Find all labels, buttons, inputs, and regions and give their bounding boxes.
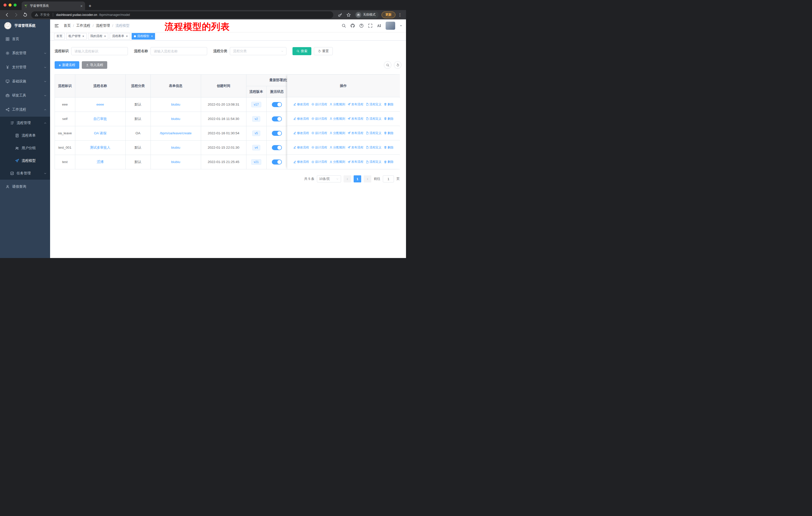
fullscreen-icon[interactable] [368,23,373,28]
incognito-badge[interactable]: 无痕模式 [355,11,379,19]
tab-close-icon[interactable]: × [80,4,83,8]
active-status-toggle[interactable] [272,102,282,107]
next-page-button[interactable]: › [364,175,371,183]
sidebar-item-devtools[interactable]: 研发工具 [0,88,50,103]
sidebar-item-system[interactable]: 系统管理 [0,46,50,60]
sidebar-item-payment[interactable]: 支付管理 [0,60,50,74]
github-icon[interactable] [350,23,355,28]
sidebar-item-leave-query[interactable]: 请假查询 [0,180,50,194]
active-status-toggle[interactable] [272,116,282,121]
action-assign[interactable]: 分配规则 [329,102,345,107]
browser-tab[interactable]: 芋道管理系统 × [22,1,85,10]
sidebar-item-home[interactable]: 首页 [0,32,50,46]
form-info-link[interactable]: biubiu [171,117,180,121]
font-size-icon[interactable] [377,23,381,28]
action-assign[interactable]: 分配规则 [329,131,345,135]
sidebar-item-infra[interactable]: 基础设施 [0,74,50,88]
forward-icon[interactable] [13,12,19,18]
action-publish[interactable]: 发布流程 [348,145,364,150]
back-icon[interactable] [4,12,9,18]
close-icon[interactable]: × [126,34,128,38]
breadcrumb-item[interactable]: 流程管理 [96,23,110,28]
sidebar-collapse-icon[interactable] [54,23,59,28]
action-edit[interactable]: 修改流程 [293,102,309,107]
action-edit[interactable]: 修改流程 [293,160,309,164]
minimize-window-button[interactable] [8,3,11,6]
process-name-link[interactable]: 自己审批 [93,117,107,121]
update-button[interactable]: 更新 [382,11,396,18]
close-icon[interactable]: × [104,34,106,38]
action-design[interactable]: 设计流程 [311,145,327,150]
tag-首页[interactable]: 首页 [54,33,65,39]
reload-icon[interactable] [23,12,28,18]
action-design[interactable]: 设计流程 [311,131,327,135]
breadcrumb-item[interactable]: 工作流程 [76,23,90,28]
goto-page-input[interactable] [383,175,394,183]
action-delete[interactable]: 删除 [384,160,394,164]
action-assign[interactable]: 分配规则 [329,117,345,121]
maximize-window-button[interactable] [13,3,17,6]
create-process-button[interactable]: + 新建流程 [55,61,79,69]
search-button[interactable]: 搜索 [292,47,311,55]
sidebar-item-task-mgmt[interactable]: 任务管理 [0,167,50,180]
action-definition[interactable]: 流程定义 [366,160,382,164]
close-window-button[interactable] [3,3,6,6]
action-design[interactable]: 设计流程 [311,160,327,164]
sidebar-logo[interactable]: 芋道管理系统 [0,19,50,32]
action-edit[interactable]: 修改流程 [293,117,309,121]
action-definition[interactable]: 流程定义 [366,145,382,150]
reset-button[interactable]: 重置 [314,47,333,55]
action-publish[interactable]: 发布流程 [348,102,364,107]
action-delete[interactable]: 删除 [384,117,394,121]
active-status-toggle[interactable] [272,131,282,136]
action-edit[interactable]: 修改流程 [293,145,309,150]
form-info-link[interactable]: biubiu [171,160,180,164]
active-status-toggle[interactable] [272,145,282,150]
action-publish[interactable]: 发布流程 [348,117,364,121]
prev-page-button[interactable]: ‹ [344,175,351,183]
sidebar-item-process-form[interactable]: 流程表单 [0,129,50,142]
refresh-table-button[interactable] [394,61,402,69]
password-key-icon[interactable] [338,12,342,17]
tag-租户管理[interactable]: 租户管理× [66,33,87,39]
close-icon[interactable]: × [82,34,84,38]
sidebar-item-workflow[interactable]: 工作流程 [0,103,50,117]
bookmark-star-icon[interactable] [346,12,351,17]
sidebar-item-process-mgmt[interactable]: 流程管理 [0,117,50,129]
action-delete[interactable]: 删除 [384,102,394,107]
action-definition[interactable]: 流程定义 [366,131,382,135]
category-select[interactable]: 流程分类 [230,47,286,55]
page-size-select[interactable]: 10条/页 [317,175,341,183]
process-name-link[interactable]: 滔博 [97,160,104,164]
process-name-link[interactable]: OA 请假 [94,131,107,135]
sidebar-item-process-model[interactable]: 流程模型 [0,155,50,167]
process-name-link[interactable]: eeee [96,103,104,106]
address-bar[interactable]: 不安全 dashboard.yudao.iocoder.cn/bpm/manag… [31,11,333,19]
action-definition[interactable]: 流程定义 [366,102,382,107]
action-publish[interactable]: 发布流程 [348,160,364,164]
action-design[interactable]: 设计流程 [311,117,327,121]
action-delete[interactable]: 删除 [384,131,394,135]
form-info-link[interactable]: /bpm/oa/leave/create [160,131,192,135]
active-status-toggle[interactable] [272,160,282,165]
tag-流程模型[interactable]: 流程模型× [132,33,155,39]
action-assign[interactable]: 分配规则 [329,160,345,164]
form-info-link[interactable]: biubiu [171,146,180,150]
help-icon[interactable] [359,23,364,28]
breadcrumb-item[interactable]: 首页 [64,23,71,28]
form-info-link[interactable]: biubiu [171,103,180,106]
tag-我的流程[interactable]: 我的流程× [88,33,109,39]
action-publish[interactable]: 发布流程 [348,131,364,135]
action-assign[interactable]: 分配规则 [329,145,345,150]
action-delete[interactable]: 删除 [384,145,394,150]
new-tab-button[interactable]: + [89,3,91,8]
action-definition[interactable]: 流程定义 [366,117,382,121]
action-edit[interactable]: 修改流程 [293,131,309,135]
browser-menu-icon[interactable]: ⋮ [398,13,402,17]
user-avatar[interactable] [386,22,395,30]
sidebar-item-user-group[interactable]: 用户分组 [0,142,50,155]
avatar-caret-icon[interactable] [400,25,402,26]
action-design[interactable]: 设计流程 [311,102,327,107]
import-process-button[interactable]: 导入流程 [82,61,107,69]
search-icon[interactable] [342,23,346,28]
